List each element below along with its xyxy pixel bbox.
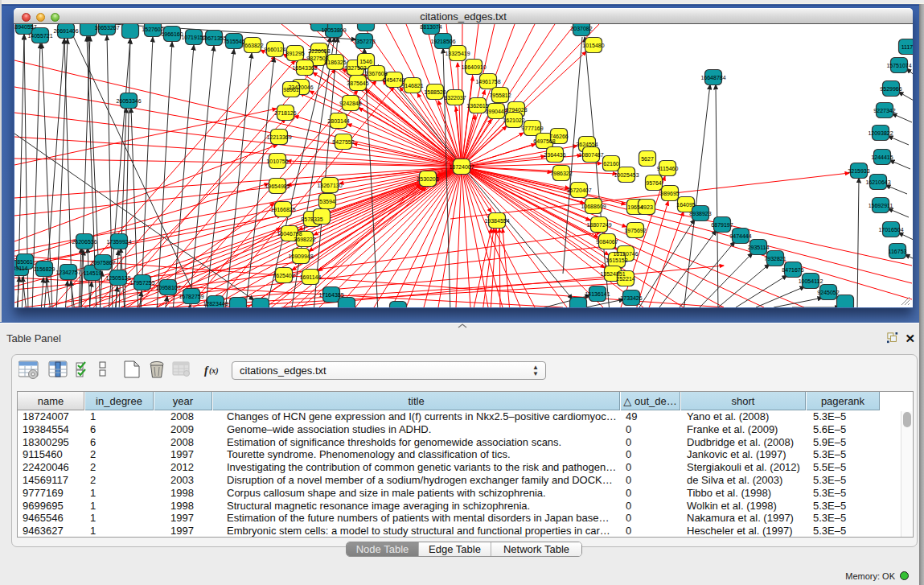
svg-text:16648784: 16648784: [700, 75, 725, 80]
svg-text:6966160: 6966160: [161, 31, 183, 37]
svg-text:17164385: 17164385: [318, 292, 343, 298]
svg-text:9242848: 9242848: [339, 101, 361, 106]
svg-text:85061: 85061: [17, 259, 33, 265]
svg-text:5627: 5627: [641, 156, 654, 162]
svg-text:1010755: 1010755: [266, 159, 288, 164]
svg-text:891295: 891295: [285, 51, 304, 56]
svg-text:6879197: 6879197: [711, 222, 733, 228]
svg-text:19218506: 19218506: [430, 39, 455, 44]
svg-text:18724007: 18724007: [449, 164, 474, 170]
svg-text:18807249: 18807249: [586, 222, 611, 228]
svg-text:16543362: 16543362: [292, 65, 317, 71]
svg-text:98961: 98961: [283, 87, 299, 93]
svg-text:7625402: 7625402: [273, 273, 294, 278]
svg-text:39114: 39114: [14, 266, 28, 271]
svg-text:2367608: 2367608: [365, 71, 387, 76]
svg-text:9474444: 9474444: [729, 233, 751, 239]
svg-text:12342757: 12342757: [55, 270, 80, 275]
svg-text:2364436: 2364436: [544, 152, 565, 158]
svg-text:2226058: 2226058: [308, 48, 330, 54]
svg-text:19166825: 19166825: [270, 207, 295, 212]
svg-text:1990443: 1990443: [485, 109, 507, 114]
svg-text:3698222: 3698222: [294, 237, 315, 242]
svg-text:17016504: 17016504: [878, 227, 903, 233]
svg-text:16046798: 16046798: [277, 231, 302, 237]
svg-text:7663822: 7663822: [241, 43, 263, 48]
svg-text:1156829: 1156829: [34, 266, 55, 272]
svg-text:3215933: 3215933: [848, 168, 869, 174]
svg-text:12093822: 12093822: [868, 130, 893, 136]
svg-text:1546: 1546: [359, 59, 372, 64]
svg-text:16909948: 16909948: [288, 253, 313, 259]
svg-text:17359924: 17359924: [106, 239, 131, 245]
svg-text:7955812: 7955812: [489, 93, 511, 98]
svg-text:1015480: 1015480: [582, 43, 604, 48]
svg-text:6497568: 6497568: [533, 138, 555, 144]
svg-text:15692911: 15692911: [869, 203, 893, 208]
svg-text:9660124: 9660124: [264, 47, 285, 52]
svg-text:12505135: 12505135: [105, 275, 130, 281]
svg-text:7986322: 7986322: [550, 171, 572, 176]
svg-text:10807487: 10807487: [578, 152, 603, 158]
svg-text:116753: 116753: [889, 249, 907, 254]
svg-text:8322037: 8322037: [444, 95, 466, 101]
svg-text:746266: 746266: [549, 134, 568, 139]
svg-text:26053346: 26053346: [116, 98, 141, 104]
svg-text:114519: 114519: [84, 270, 102, 276]
svg-text:8427552: 8427552: [332, 139, 354, 145]
svg-text:7357273: 7357273: [353, 39, 375, 44]
svg-text:3624554: 3624554: [576, 142, 598, 147]
svg-text:9146821: 9146821: [401, 83, 423, 89]
svg-text:1588520: 1588520: [424, 89, 446, 95]
svg-text:9227342: 9227342: [873, 108, 895, 113]
svg-text:2037082: 2037082: [570, 26, 592, 31]
svg-text:8454749: 8454749: [383, 77, 405, 83]
svg-text:8471676: 8471676: [782, 267, 803, 273]
svg-text:19384554: 19384554: [484, 218, 509, 224]
svg-text:10053809: 10053809: [321, 27, 346, 33]
svg-text:9084067: 9084067: [596, 239, 618, 245]
svg-text:9245052: 9245052: [817, 290, 839, 295]
svg-text:13267130: 13267130: [317, 183, 342, 188]
svg-text:1117: 1117: [901, 44, 913, 50]
svg-text:2718126: 2718126: [274, 110, 296, 116]
svg-text:17957255: 17957255: [129, 280, 154, 286]
svg-text:3875645: 3875645: [347, 80, 368, 86]
svg-text:1975692: 1975692: [624, 228, 646, 233]
svg-text:4923: 4923: [640, 204, 653, 210]
svg-text:164095: 164095: [676, 202, 695, 208]
svg-text:1362615: 1362615: [466, 103, 488, 109]
svg-text:20691406: 20691406: [53, 28, 78, 34]
svg-text:10958107: 10958107: [155, 285, 180, 290]
svg-text:16782759: 16782759: [179, 294, 203, 299]
svg-text:989695: 989695: [660, 191, 679, 196]
svg-text:1615152: 1615152: [606, 257, 627, 263]
svg-text:9115460: 9115460: [657, 166, 679, 171]
svg-text:18640910: 18640910: [461, 64, 486, 70]
svg-text:16210643: 16210643: [865, 179, 890, 185]
svg-text:9794028: 9794028: [505, 107, 527, 113]
svg-text:14055721: 14055721: [27, 33, 52, 39]
svg-text:2530203: 2530203: [417, 176, 438, 182]
svg-text:1733426: 1733426: [620, 295, 642, 301]
svg-text:14961758: 14961758: [475, 79, 500, 84]
svg-text:53594: 53594: [319, 199, 335, 204]
svg-text:15720407: 15720407: [566, 187, 591, 193]
svg-text:1621022: 1621022: [503, 117, 524, 123]
svg-text:7932821: 7932821: [764, 256, 786, 262]
svg-text:16120746: 16120746: [613, 251, 638, 257]
svg-text:8938923: 8938923: [689, 211, 711, 216]
svg-text:18940557: 18940557: [14, 24, 37, 30]
svg-text:12213369: 12213369: [266, 134, 291, 140]
svg-text:10025453: 10025453: [614, 172, 639, 178]
svg-text:9327503: 9327503: [344, 65, 366, 71]
svg-text:8186325: 8186325: [324, 60, 346, 65]
svg-text:1691144: 1691144: [300, 274, 322, 280]
svg-text:10688609: 10688609: [581, 204, 606, 209]
svg-text:9529966: 9529966: [880, 86, 901, 92]
svg-text:30975867: 30975867: [90, 260, 115, 266]
svg-text:8578335: 8578335: [301, 216, 322, 222]
svg-text:252214: 252214: [616, 276, 634, 282]
svg-text:8813074: 8813074: [420, 24, 441, 30]
svg-text:(x): (x): [209, 366, 219, 376]
